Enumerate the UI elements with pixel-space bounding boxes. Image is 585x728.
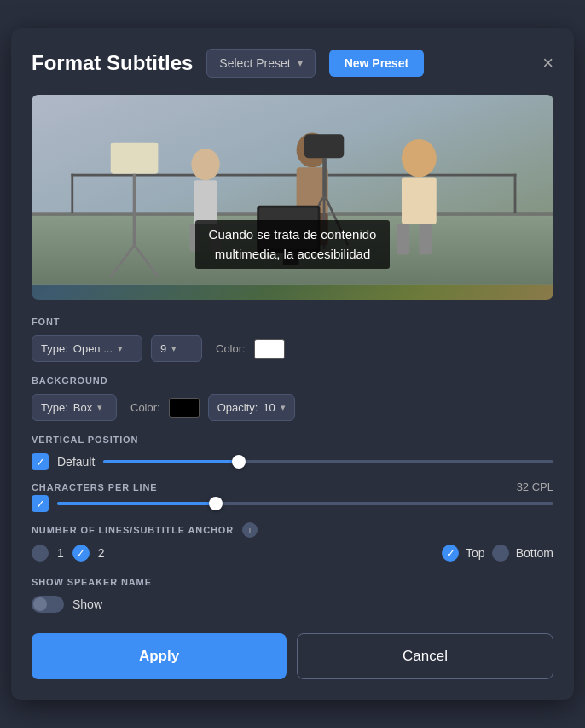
line2-label: 2 [98, 546, 105, 560]
font-type-value: Open ... [73, 342, 113, 355]
opacity-value: 10 [263, 401, 275, 414]
svg-rect-7 [194, 180, 217, 224]
font-type-label: Type: [41, 342, 68, 355]
svg-rect-4 [514, 174, 517, 213]
bg-color-swatch[interactable] [169, 398, 200, 418]
cpl-check-icon: ✓ [36, 498, 45, 510]
font-size-dropdown[interactable]: 9 ▾ [151, 335, 202, 362]
cpl-checkbox[interactable]: ✓ [32, 495, 49, 512]
select-preset-button[interactable]: Select Preset ▾ [206, 49, 315, 78]
font-color-label: Color: [216, 342, 246, 355]
bg-type-chevron: ▾ [97, 402, 102, 413]
background-row: Type: Box ▾ Color: Opacity: 10 ▾ [32, 394, 553, 421]
speaker-show-label: Show [72, 597, 102, 611]
new-preset-button[interactable]: New Preset [329, 50, 424, 77]
vertical-position-section-label: VERTICAL POSITION [32, 434, 553, 445]
lines-row: 1 ✓ 2 ✓ Top Bottom [32, 545, 553, 562]
slider-track [103, 460, 553, 463]
subtitle-line1: Cuando se trata de contenido [209, 225, 377, 245]
cpl-row: ✓ [32, 495, 553, 512]
top-check-icon: ✓ [446, 547, 455, 560]
preview-image: Cuando se trata de contenido multimedia,… [32, 95, 553, 300]
bg-color-label: Color: [130, 401, 160, 414]
top-label: Top [466, 546, 485, 560]
opacity-chevron: ▾ [281, 402, 286, 413]
svg-rect-5 [71, 174, 516, 177]
background-section-label: BACKGROUND [32, 376, 553, 386]
footer-buttons: Apply Cancel [32, 633, 553, 679]
select-preset-label: Select Preset [219, 56, 290, 70]
subtitle-text: Cuando se trata de contenido multimedia,… [195, 220, 391, 269]
toggle-knob [33, 597, 47, 611]
vertical-position-slider[interactable] [103, 460, 553, 463]
svg-rect-3 [71, 174, 73, 213]
subtitle-line2: multimedia, la accesibilidad [209, 245, 377, 265]
font-row: Type: Open ... ▾ 9 ▾ Color: [32, 335, 553, 362]
vertical-position-checkbox[interactable]: ✓ [32, 453, 49, 470]
slider-thumb[interactable] [232, 455, 246, 469]
bottom-label: Bottom [516, 546, 553, 560]
svg-rect-14 [304, 134, 344, 158]
font-color-swatch[interactable] [254, 339, 285, 359]
svg-rect-21 [397, 224, 409, 254]
speaker-toggle[interactable] [32, 596, 64, 613]
cpl-slider-thumb[interactable] [209, 497, 223, 510]
check-icon: ✓ [36, 456, 45, 469]
bottom-radio[interactable] [492, 545, 509, 562]
lines-section-label: NUMBER OF LINES/SUBTITLE ANCHOR [32, 525, 234, 535]
preview-area: Cuando se trata de contenido multimedia,… [32, 95, 553, 300]
cpl-slider[interactable] [57, 502, 553, 505]
line2-check-icon: ✓ [76, 547, 85, 560]
dialog-title: Format Subtitles [32, 51, 193, 75]
svg-rect-20 [402, 177, 437, 224]
vertical-position-row: ✓ Default [32, 453, 553, 470]
font-type-dropdown[interactable]: Type: Open ... ▾ [32, 335, 142, 362]
font-section-label: FONT [32, 317, 553, 327]
bg-type-label: Type: [41, 401, 68, 414]
cpl-value: 32 CPL [517, 480, 553, 493]
svg-point-6 [191, 149, 219, 180]
line1-radio[interactable] [32, 545, 49, 562]
line2-radio[interactable]: ✓ [72, 545, 90, 562]
cpl-section-label: CHARACTERS PER LINE [32, 482, 508, 492]
speaker-section-label: SHOW SPEAKER NAME [32, 577, 553, 587]
bg-type-dropdown[interactable]: Type: Box ▾ [32, 394, 117, 421]
top-radio[interactable]: ✓ [442, 545, 459, 562]
font-type-chevron: ▾ [118, 343, 123, 354]
lines-header-row: NUMBER OF LINES/SUBTITLE ANCHOR i [32, 522, 553, 538]
close-button[interactable]: × [542, 54, 553, 73]
anchor-group: ✓ Top Bottom [442, 545, 553, 562]
select-preset-chevron: ▾ [298, 57, 303, 69]
line1-label: 1 [57, 546, 64, 560]
svg-rect-24 [133, 174, 136, 245]
cpl-header-row: CHARACTERS PER LINE 32 CPL [32, 480, 553, 493]
cpl-slider-fill [57, 502, 216, 505]
dialog-header: Format Subtitles Select Preset ▾ New Pre… [32, 49, 553, 78]
svg-point-19 [402, 139, 437, 178]
svg-rect-22 [419, 224, 432, 254]
svg-rect-23 [111, 143, 159, 174]
cpl-slider-track [57, 502, 553, 505]
apply-button[interactable]: Apply [32, 633, 287, 679]
info-icon[interactable]: i [242, 522, 258, 538]
font-size-chevron: ▾ [171, 343, 177, 354]
opacity-dropdown[interactable]: Opacity: 10 ▾ [208, 394, 295, 421]
font-size-value: 9 [160, 342, 166, 355]
bg-type-value: Box [73, 401, 92, 414]
svg-rect-15 [322, 158, 327, 197]
format-subtitles-dialog: Format Subtitles Select Preset ▾ New Pre… [11, 28, 574, 700]
cancel-button[interactable]: Cancel [297, 633, 553, 679]
opacity-label: Opacity: [217, 401, 258, 414]
vertical-position-default-label: Default [57, 455, 95, 469]
slider-fill [103, 460, 238, 463]
speaker-row: Show [32, 596, 553, 613]
